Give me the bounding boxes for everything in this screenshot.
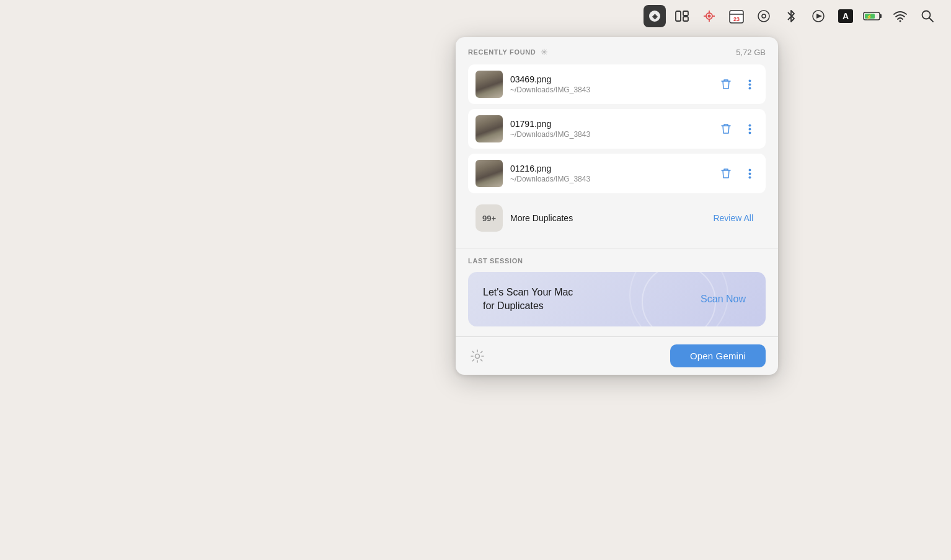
- svg-point-35: [748, 176, 751, 178]
- workflow-menubar-icon[interactable]: [698, 5, 720, 27]
- file-name-3: 01216.png: [510, 164, 710, 173]
- more-duplicates-badge: 99+: [476, 204, 503, 232]
- scan-now-button[interactable]: Scan Now: [696, 291, 751, 307]
- screenium-menubar-icon[interactable]: [753, 5, 775, 27]
- delete-icon-1[interactable]: [717, 76, 735, 93]
- svg-point-34: [748, 172, 751, 175]
- svg-line-26: [929, 18, 933, 22]
- play-menubar-icon[interactable]: [807, 5, 829, 27]
- file-thumbnail-2: [476, 115, 503, 142]
- loading-spinner-icon: ✳: [541, 47, 548, 57]
- svg-rect-3: [683, 11, 688, 15]
- svg-rect-21: [880, 14, 882, 18]
- file-info-2: 01791.png ~/Downloads/IMG_3843: [510, 119, 710, 139]
- delete-icon-2[interactable]: [717, 120, 735, 138]
- file-name-1: 03469.png: [510, 74, 710, 84]
- svg-point-27: [748, 79, 751, 82]
- calendar-menubar-icon[interactable]: 23: [725, 5, 748, 27]
- svg-point-32: [748, 131, 751, 134]
- file-info-3: 01216.png ~/Downloads/IMG_3843: [510, 164, 710, 183]
- open-gemini-button[interactable]: Open Gemini: [670, 344, 766, 367]
- last-session-section: LAST SESSION Let's Scan Your Macfor Dupl…: [456, 248, 778, 336]
- svg-rect-4: [683, 17, 688, 21]
- svg-point-29: [748, 87, 751, 89]
- file-path-1: ~/Downloads/IMG_3843: [510, 85, 710, 94]
- more-duplicates-label: More Duplicates: [510, 213, 701, 223]
- review-all-button[interactable]: Review All: [708, 211, 758, 225]
- menubar: ◈ 23: [0, 0, 951, 32]
- delete-icon-3[interactable]: [717, 165, 735, 182]
- file-path-3: ~/Downloads/IMG_3843: [510, 175, 710, 183]
- section-title-row: RECENTLY FOUND ✳: [468, 47, 548, 57]
- file-info-1: 03469.png ~/Downloads/IMG_3843: [510, 74, 710, 94]
- svg-point-10: [708, 15, 711, 18]
- last-session-title: LAST SESSION: [468, 257, 766, 265]
- battery-menubar-icon[interactable]: ⚡: [862, 5, 884, 27]
- svg-text:◈: ◈: [652, 12, 658, 20]
- gemini-dropdown-panel: RECENTLY FOUND ✳ 5,72 GB 03469.png ~/Dow…: [456, 37, 778, 375]
- scan-card: Let's Scan Your Macfor Duplicates Scan N…: [468, 272, 766, 326]
- svg-marker-17: [816, 14, 822, 19]
- file-thumbnail-1: [476, 71, 503, 98]
- recently-found-header: RECENTLY FOUND ✳ 5,72 GB: [468, 47, 766, 57]
- svg-text:23: 23: [733, 16, 740, 22]
- file-item-3: 01216.png ~/Downloads/IMG_3843: [468, 154, 766, 193]
- more-options-icon-2[interactable]: [741, 120, 758, 138]
- svg-point-28: [748, 83, 751, 85]
- gemini-menubar-icon[interactable]: ◈: [644, 5, 666, 27]
- file-thumbnail-3: [476, 160, 503, 187]
- wifi-menubar-icon[interactable]: [889, 5, 911, 27]
- svg-point-33: [748, 168, 751, 171]
- svg-point-31: [748, 128, 751, 130]
- svg-point-30: [748, 124, 751, 126]
- file-actions-2: [717, 120, 758, 138]
- file-item-2: 01791.png ~/Downloads/IMG_3843: [468, 109, 766, 149]
- total-size-label: 5,72 GB: [736, 48, 766, 57]
- search-menubar-icon[interactable]: [916, 5, 939, 27]
- text-menubar-icon[interactable]: A: [834, 5, 857, 27]
- file-actions-1: [717, 76, 758, 93]
- more-options-icon-1[interactable]: [741, 76, 758, 93]
- settings-icon[interactable]: [468, 347, 487, 365]
- bluetooth-menubar-icon[interactable]: [780, 5, 802, 27]
- scan-prompt-text: Let's Scan Your Macfor Duplicates: [483, 286, 573, 313]
- file-path-2: ~/Downloads/IMG_3843: [510, 130, 710, 139]
- more-duplicates-row: 99+ More Duplicates Review All: [468, 198, 766, 238]
- svg-text:⚡: ⚡: [866, 14, 872, 20]
- svg-point-24: [900, 20, 901, 22]
- rectangle-menubar-icon[interactable]: [671, 5, 693, 27]
- svg-point-36: [476, 354, 480, 358]
- recently-found-title: RECENTLY FOUND: [468, 48, 536, 56]
- svg-text:A: A: [843, 11, 849, 21]
- svg-point-15: [762, 14, 766, 18]
- more-options-icon-3[interactable]: [741, 165, 758, 182]
- panel-footer: Open Gemini: [456, 336, 778, 375]
- recently-found-section: RECENTLY FOUND ✳ 5,72 GB 03469.png ~/Dow…: [456, 37, 778, 248]
- file-item-1: 03469.png ~/Downloads/IMG_3843: [468, 64, 766, 104]
- file-name-2: 01791.png: [510, 119, 710, 129]
- svg-point-14: [758, 11, 769, 22]
- svg-rect-2: [676, 11, 681, 21]
- file-actions-3: [717, 165, 758, 182]
